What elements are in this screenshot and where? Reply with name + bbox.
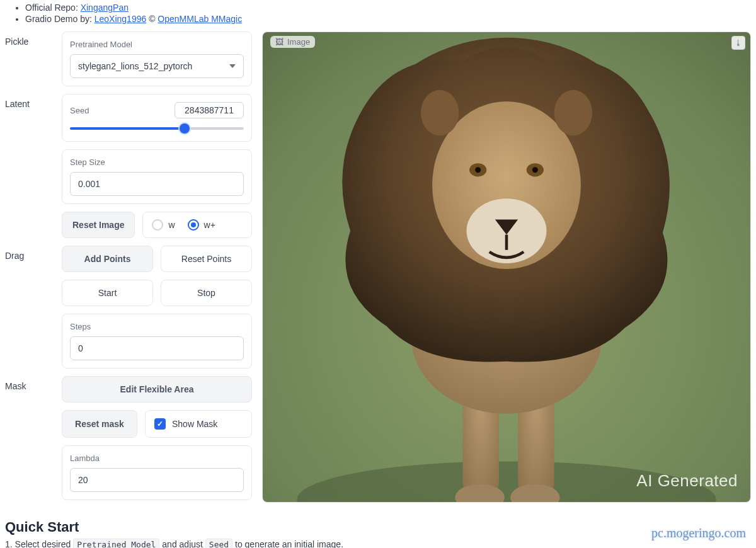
seed-card: Seed 2843887711 [62,94,252,142]
image-header: 🖼 Image [270,36,315,48]
lambda-label: Lambda [70,454,244,463]
pretrained-model-card: Pretrained Model stylegan2_lions_512_pyt… [62,31,252,86]
radio-w-label: w [168,220,175,230]
svg-point-15 [421,90,459,136]
reset-image-button[interactable]: Reset Image [62,212,135,238]
pretrained-model-label: Pretrained Model [70,40,244,49]
demo-label: Gradio Demo by: [25,14,92,24]
download-button[interactable]: ⭳ [731,36,745,50]
demo-author-link[interactable]: LeoXing1996 [94,14,147,24]
code-seed: Seed [205,539,232,548]
steps-input[interactable] [70,336,244,360]
radio-w-plus-label: w+ [204,220,215,230]
seed-value-input[interactable]: 2843887711 [175,102,244,118]
seed-slider[interactable] [70,123,244,134]
repo-link[interactable]: XingangPan [81,3,129,13]
show-mask-checkbox-row[interactable]: ✓ Show Mask [145,410,252,438]
slider-thumb-icon[interactable] [180,123,190,134]
section-label-drag: Drag [5,246,62,261]
seed-label: Seed [70,106,89,115]
start-button[interactable]: Start [62,280,153,306]
header-credits: Official Repo: XingangPan Gradio Demo by… [5,3,751,24]
reset-points-button[interactable]: Reset Points [161,246,252,272]
checkbox-checked-icon: ✓ [154,418,166,430]
step-size-card: Step Size [62,149,252,204]
output-image-panel: 🖼 Image ⭳ [262,31,751,503]
step-size-input[interactable] [70,172,244,196]
steps-card: Steps [62,314,252,368]
lambda-card: Lambda [62,445,252,500]
generated-image[interactable] [263,32,750,502]
stop-button[interactable]: Stop [161,280,252,306]
show-mask-label: Show Mask [172,419,217,429]
reset-mask-button[interactable]: Reset mask [62,410,137,438]
radio-w-plus[interactable]: w+ [188,219,215,231]
chevron-down-icon [229,64,236,68]
edit-flexible-area-button[interactable]: Edit Flexible Area [62,376,252,402]
repo-label: Official Repo: [25,3,78,13]
radio-w[interactable]: w [152,219,175,231]
steps-label: Steps [70,322,244,331]
quick-start-title: Quick Start [5,519,751,535]
ai-generated-watermark: AI Generated [636,471,738,491]
svg-point-13 [475,167,481,173]
quick-start-step-1: 1. Select desired Pretrained Model and a… [5,539,751,548]
add-points-button[interactable]: Add Points [62,246,153,272]
pretrained-model-dropdown[interactable]: stylegan2_lions_512_pytorch [70,54,244,78]
copyright-symbol: © [149,14,155,24]
section-label-mask: Mask [5,376,62,391]
radio-checked-icon [188,219,199,231]
image-label: Image [287,37,310,47]
section-label-latent: Latent [5,94,62,109]
radio-unchecked-icon [152,219,163,231]
demo-org-link[interactable]: OpenMMLab MMagic [158,14,242,24]
step-size-label: Step Size [70,157,244,167]
image-icon: 🖼 [275,37,284,47]
pretrained-model-selected: stylegan2_lions_512_pytorch [78,61,192,71]
code-pretrained-model: Pretrained Model [73,539,159,548]
lambda-input[interactable] [70,468,244,492]
section-label-pickle: Pickle [5,31,62,47]
quick-start-section: Quick Start 1. Select desired Pretrained… [5,519,751,548]
svg-point-16 [554,90,592,136]
svg-point-14 [532,167,538,173]
latent-space-radio-group: w w+ [142,212,252,238]
download-icon: ⭳ [735,38,742,47]
